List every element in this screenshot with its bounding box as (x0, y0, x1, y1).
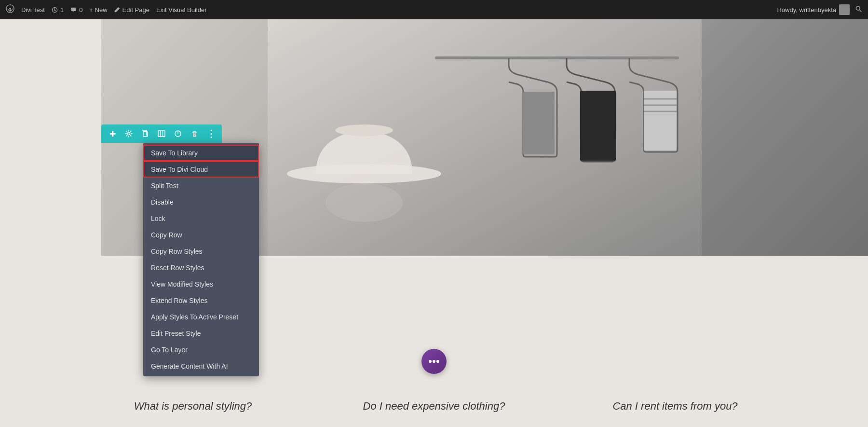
ctx-copy-row[interactable]: Copy Row (143, 227, 259, 243)
faq-q3: Can I rent items from you? (574, 400, 776, 413)
svg-point-15 (128, 133, 130, 135)
svg-rect-4 (268, 19, 702, 256)
svg-point-2 (856, 6, 860, 10)
ctx-copy-row-styles[interactable]: Copy Row Styles (143, 243, 259, 260)
howdy-text: Howdy, writtenbyekta (777, 4, 850, 15)
edit-page-link[interactable]: Edit Page (114, 6, 149, 14)
row-control-bar: ✚ (101, 124, 222, 143)
svg-point-1 (9, 8, 11, 10)
revisions-item[interactable]: 1 (52, 6, 64, 14)
search-icon[interactable] (855, 6, 862, 14)
svg-point-14 (326, 183, 403, 222)
avatar (839, 4, 850, 15)
floating-dots-button[interactable] (421, 349, 447, 374)
ctx-lock[interactable]: Lock (143, 210, 259, 227)
svg-line-3 (859, 10, 861, 12)
more-options-button[interactable]: ⋮ (203, 125, 219, 142)
context-menu: Save To Library Save To Divi Cloud Split… (143, 143, 259, 376)
ctx-extend-row-styles[interactable]: Extend Row Styles (143, 292, 259, 309)
faq-col-2: Do I need expensive clothing? (313, 400, 555, 413)
ctx-generate-ai[interactable]: Generate Content With AI (143, 358, 259, 374)
svg-rect-7 (580, 91, 616, 161)
svg-rect-17 (158, 131, 165, 137)
disable-button[interactable] (170, 125, 186, 142)
ctx-edit-preset-style[interactable]: Edit Preset Style (143, 325, 259, 342)
columns-button[interactable] (153, 125, 170, 142)
ctx-split-test[interactable]: Split Test (143, 178, 259, 194)
svg-rect-8 (644, 91, 677, 151)
ctx-apply-styles[interactable]: Apply Styles To Active Preset (143, 309, 259, 325)
wp-logo-icon (6, 4, 14, 15)
page-content: ✚ (0, 19, 868, 427)
settings-button[interactable] (121, 125, 137, 142)
svg-point-13 (335, 124, 393, 136)
svg-rect-6 (523, 92, 555, 154)
ctx-save-to-library[interactable]: Save To Library (143, 145, 259, 161)
svg-point-24 (429, 360, 432, 363)
add-row-button[interactable]: ✚ (104, 125, 121, 142)
duplicate-button[interactable] (137, 125, 153, 142)
delete-button[interactable] (186, 125, 203, 142)
svg-point-26 (436, 360, 439, 363)
faq-col-1: What is personal styling? (72, 400, 313, 413)
new-button[interactable]: + New (89, 6, 107, 14)
ctx-go-to-layer[interactable]: Go To Layer (143, 342, 259, 358)
faq-col-3: Can I rent items from you? (555, 400, 796, 413)
faq-row: What is personal styling? Do I need expe… (0, 400, 868, 413)
faq-q1: What is personal styling? (92, 400, 294, 413)
exit-builder-link[interactable]: Exit Visual Builder (156, 6, 207, 14)
site-name[interactable]: Divi Test (21, 6, 45, 14)
ctx-view-modified-styles[interactable]: View Modified Styles (143, 276, 259, 292)
comments-item[interactable]: 0 (70, 6, 82, 14)
ctx-reset-row-styles[interactable]: Reset Row Styles (143, 260, 259, 276)
ctx-save-to-divi-cloud[interactable]: Save To Divi Cloud (143, 161, 259, 178)
ctx-disable[interactable]: Disable (143, 194, 259, 210)
svg-point-25 (433, 360, 435, 363)
admin-bar: Divi Test 1 0 + New Edit Page Exit Visua… (0, 0, 868, 19)
faq-q2: Do I need expensive clothing? (333, 400, 535, 413)
